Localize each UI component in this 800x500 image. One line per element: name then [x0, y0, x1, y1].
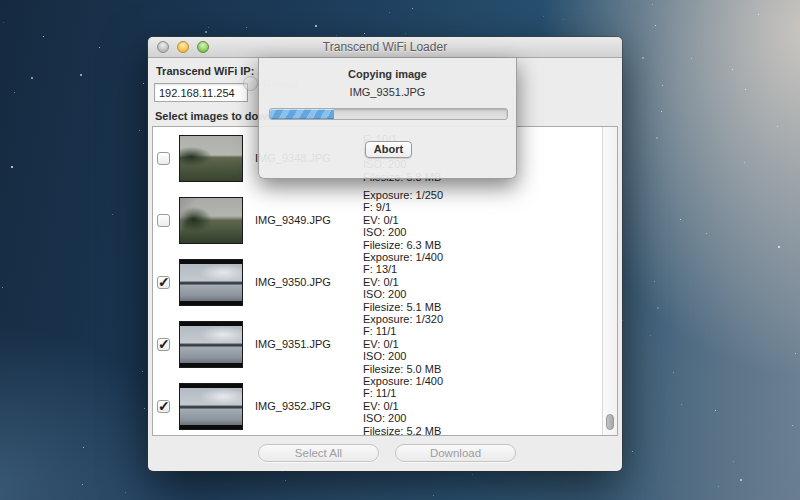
title-bar[interactable]: Transcend WiFi Loader [148, 37, 622, 58]
image-filename: IMG_9352.JPG [255, 400, 341, 412]
image-thumbnail [179, 321, 243, 368]
select-all-button[interactable]: Select All [258, 444, 379, 462]
image-thumbnail [179, 197, 243, 244]
image-filename: IMG_9351.JPG [255, 338, 341, 350]
reload-icon [243, 76, 258, 91]
ip-input[interactable] [154, 83, 248, 102]
image-exif: Exposure: 1/400F: 13/1EV: 0/1ISO: 200Fil… [363, 251, 443, 314]
scrollbar-thumb[interactable] [606, 414, 614, 430]
sheet-filename: IMG_9351.JPG [259, 86, 516, 98]
sheet-title: Copying image [259, 68, 516, 80]
download-button[interactable]: Download [395, 444, 516, 462]
image-checkbox[interactable] [157, 400, 170, 413]
copy-progress-sheet: Copying image IMG_9351.JPG Abort [258, 58, 517, 179]
image-filename: IMG_9349.JPG [255, 214, 341, 226]
image-row: IMG_9351.JPG Exposure: 1/320F: 11/1EV: 0… [153, 313, 617, 375]
image-thumbnail [179, 259, 243, 306]
image-row: IMG_9349.JPG Exposure: 1/250F: 9/1EV: 0/… [153, 189, 617, 251]
image-thumbnail [179, 135, 243, 182]
image-exif: Exposure: 1/320F: 11/1EV: 0/1ISO: 200Fil… [363, 313, 443, 376]
image-exif: Exposure: 1/250F: 9/1EV: 0/1ISO: 200File… [363, 189, 443, 252]
image-checkbox[interactable] [157, 276, 170, 289]
image-checkbox[interactable] [157, 338, 170, 351]
image-checkbox[interactable] [157, 214, 170, 227]
image-thumbnail [179, 383, 243, 430]
image-row: IMG_9352.JPG Exposure: 1/400F: 11/1EV: 0… [153, 375, 617, 436]
image-row: IMG_9350.JPG Exposure: 1/400F: 13/1EV: 0… [153, 251, 617, 313]
window-title: Transcend WiFi Loader [148, 40, 622, 54]
image-exif: Exposure: 1/400F: 11/1EV: 0/1ISO: 200Fil… [363, 375, 443, 436]
ip-field-label: Transcend WiFi IP: [156, 65, 254, 77]
progress-bar [269, 108, 508, 120]
scrollbar[interactable] [602, 127, 617, 435]
image-filename: IMG_9350.JPG [255, 276, 341, 288]
abort-button[interactable]: Abort [365, 141, 412, 158]
app-window: Transcend WiFi Loader Transcend WiFi IP:… [148, 37, 622, 471]
image-checkbox[interactable] [157, 152, 170, 165]
progress-bar-fill [270, 109, 334, 119]
